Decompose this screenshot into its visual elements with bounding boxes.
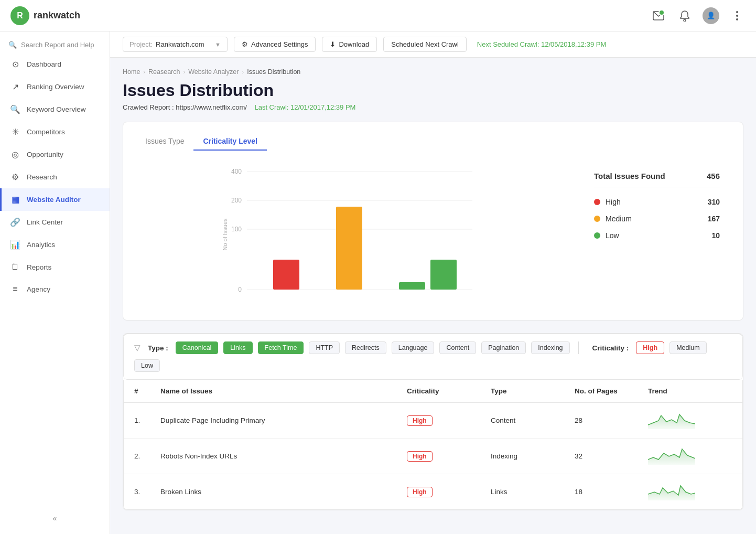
website-auditor-icon: ▦	[10, 195, 20, 205]
chart-legend: Total Issues Found 456 High 310	[584, 161, 730, 259]
sidebar-item-ranking-overview[interactable]: ↗ Ranking Overview	[0, 76, 110, 98]
chart-tabs: Issues Type Criticality Level	[136, 133, 730, 151]
page-title: Issues Distribution	[123, 81, 743, 100]
advanced-settings-button[interactable]: ⚙ Advanced Settings	[234, 37, 316, 52]
more-menu-icon[interactable]	[729, 7, 746, 24]
settings-icon: ⚙	[242, 40, 248, 48]
svg-point-1	[684, 19, 686, 22]
svg-text:200: 200	[231, 197, 242, 204]
high-dot	[594, 199, 600, 205]
filter-canonical[interactable]: Canonical	[176, 341, 219, 354]
bell-icon[interactable]	[676, 7, 693, 24]
breadcrumb-website-analyzer[interactable]: Website Analyzer	[188, 68, 239, 76]
keyword-icon: 🔍	[10, 104, 20, 114]
topnav-icons: 👤	[650, 7, 746, 24]
filter-pagination[interactable]: Pagination	[481, 341, 526, 354]
svg-point-3	[736, 15, 738, 17]
sidebar-item-opportunity[interactable]: ◎ Opportunity	[0, 143, 110, 166]
chart-area: 400 200 100 0 No of Issues	[136, 161, 730, 309]
sidebar: 🔍 Search Report and Help ⊙ Dashboard ↗ R…	[0, 31, 110, 534]
criticality-badge-1: High	[407, 415, 433, 426]
layout: 🔍 Search Report and Help ⊙ Dashboard ↗ R…	[0, 31, 756, 534]
filter-table-card: ▽ Type : Canonical Links Fetch Time HTTP…	[123, 333, 743, 510]
download-icon: ⬇	[330, 40, 336, 48]
scheduled-crawl-button[interactable]: Scheduled Next Crawl	[383, 37, 467, 52]
sidebar-item-keyword-overview[interactable]: 🔍 Keyword Overview	[0, 98, 110, 121]
svg-text:No of Issues: No of Issues	[222, 218, 228, 251]
analytics-icon: 📊	[10, 240, 20, 250]
svg-text:400: 400	[231, 168, 242, 175]
breadcrumb: Home › Reasearch › Website Analyzer › Is…	[123, 68, 743, 76]
filter-icon: ▽	[134, 343, 141, 353]
breadcrumb-current: Issues Distribution	[247, 68, 300, 76]
trend-sparkline-2	[648, 446, 695, 465]
sidebar-item-reports[interactable]: 🗒 Reports	[0, 256, 110, 278]
criticality-badge-2: High	[407, 451, 433, 462]
svg-text:0: 0	[238, 286, 242, 293]
filter-divider	[578, 341, 579, 354]
link-center-icon: 🔗	[10, 217, 20, 227]
filter-row: ▽ Type : Canonical Links Fetch Time HTTP…	[123, 334, 743, 380]
filter-fetch-time[interactable]: Fetch Time	[258, 341, 304, 354]
svg-rect-14	[273, 260, 299, 290]
download-button[interactable]: ⬇ Download	[322, 37, 377, 52]
table-row: 3. Broken Links High Links 18	[124, 474, 742, 509]
tab-criticality-level[interactable]: Criticality Level	[193, 133, 267, 151]
svg-rect-15	[336, 207, 362, 290]
logo-text: rankwatch	[34, 10, 80, 21]
criticality-badge-3: High	[407, 487, 433, 497]
filter-high[interactable]: High	[636, 341, 664, 354]
research-icon: ⚙	[10, 172, 20, 182]
breadcrumb-research[interactable]: Reasearch	[148, 68, 180, 76]
logo: R rankwatch	[10, 6, 650, 25]
toolbar: Project: Rankwatch.com ▼ ⚙ Advanced Sett…	[110, 31, 756, 58]
svg-point-2	[736, 11, 738, 13]
main-content: Project: Rankwatch.com ▼ ⚙ Advanced Sett…	[110, 31, 756, 534]
filter-low[interactable]: Low	[134, 359, 160, 372]
bar-chart-svg: 400 200 100 0 No of Issues	[136, 161, 568, 308]
project-selector[interactable]: Project: Rankwatch.com ▼	[123, 37, 228, 52]
project-chevron-icon: ▼	[215, 41, 221, 48]
mail-icon[interactable]	[650, 7, 667, 24]
search-icon: 🔍	[8, 41, 17, 49]
sidebar-item-dashboard[interactable]: ⊙ Dashboard	[0, 53, 110, 76]
reports-icon: 🗒	[10, 262, 20, 272]
logo-icon: R	[10, 6, 29, 25]
last-crawl-date: Last Crawl: 12/01/2017,12:39 PM	[254, 103, 355, 111]
legend-item-high: High 310	[594, 198, 720, 206]
low-dot	[594, 232, 600, 239]
ranking-icon: ↗	[10, 82, 20, 92]
medium-dot	[594, 216, 600, 222]
sidebar-search[interactable]: 🔍 Search Report and Help	[0, 37, 110, 53]
breadcrumb-home[interactable]: Home	[123, 68, 140, 76]
competitors-icon: ✳	[10, 127, 20, 137]
sidebar-item-analytics[interactable]: 📊 Analytics	[0, 233, 110, 256]
table-row: 2. Robots Non-Index URLs High Indexing 3…	[124, 439, 742, 474]
sidebar-item-website-auditor[interactable]: ▦ Website Auditor	[0, 188, 110, 211]
svg-rect-16	[399, 282, 425, 290]
topnav: R rankwatch 👤	[0, 0, 756, 31]
sidebar-collapse-button[interactable]: «	[0, 508, 110, 529]
filter-content[interactable]: Content	[439, 341, 476, 354]
legend-item-medium: Medium 167	[594, 215, 720, 223]
sidebar-item-competitors[interactable]: ✳ Competitors	[0, 121, 110, 143]
sidebar-item-agency[interactable]: ≡ Agency	[0, 278, 110, 300]
legend-total: Total Issues Found 456	[594, 172, 720, 187]
content-area: Home › Reasearch › Website Analyzer › Is…	[110, 58, 756, 521]
filter-links[interactable]: Links	[223, 341, 252, 354]
filter-medium[interactable]: Medium	[669, 341, 706, 354]
filter-redirects[interactable]: Redirects	[345, 341, 386, 354]
next-crawl-info: Next Seduled Crawl: 12/05/2018,12:39 PM	[477, 40, 606, 48]
sidebar-item-research[interactable]: ⚙ Research	[0, 166, 110, 188]
filter-http[interactable]: HTTP	[309, 341, 340, 354]
svg-point-4	[736, 18, 738, 20]
agency-icon: ≡	[10, 284, 20, 294]
opportunity-icon: ◎	[10, 149, 20, 159]
sidebar-item-link-center[interactable]: 🔗 Link Center	[0, 211, 110, 233]
tab-issues-type[interactable]: Issues Type	[136, 133, 193, 151]
user-avatar: 👤	[703, 7, 719, 24]
filter-language[interactable]: Language	[392, 341, 435, 354]
avatar[interactable]: 👤	[703, 7, 719, 24]
filter-indexing[interactable]: Indexing	[531, 341, 569, 354]
trend-sparkline-1	[648, 410, 695, 429]
